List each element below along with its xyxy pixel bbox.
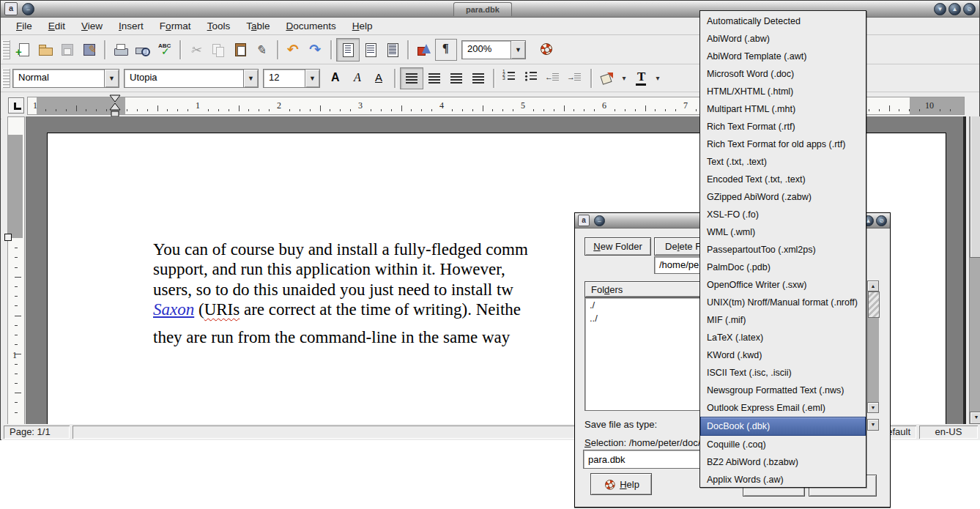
font-color-arrow[interactable]: ▾	[652, 68, 664, 89]
help-button[interactable]	[536, 39, 558, 61]
font-combobox[interactable]: Utopia ▼	[124, 69, 259, 88]
file-type-option[interactable]: OpenOffice Writer (.sxw)	[700, 276, 866, 294]
file-type-option[interactable]: XSL-FO (.fo)	[700, 206, 866, 223]
document-text-line[interactable]: users, so to do this unaided you just ne…	[153, 280, 513, 300]
formatting-marks-button[interactable]	[435, 39, 457, 61]
font-color-button[interactable]	[630, 68, 652, 89]
menu-help[interactable]: Help	[344, 19, 381, 33]
font-value[interactable]: Utopia	[124, 69, 244, 88]
file-type-dropdown-arrow-icon[interactable]: ▼	[867, 419, 879, 431]
file-type-option[interactable]: MIF (.mif)	[700, 311, 866, 329]
file-type-option[interactable]: Encoded Text (.txt, .text)	[700, 171, 866, 188]
file-type-option[interactable]: PassepartoutToo (.xml2ps)	[700, 241, 866, 259]
file-type-option[interactable]: Applix Words (.aw)	[700, 471, 866, 488]
document-text-line[interactable]: they are run from the command-line in th…	[153, 328, 510, 347]
file-type-option[interactable]: Automatically Detected	[700, 12, 866, 30]
dialog-close-button[interactable]: ⊘	[876, 215, 887, 226]
filename-input[interactable]: para.dbk	[583, 450, 708, 469]
save-button[interactable]	[56, 39, 78, 61]
files-scroll-up-icon[interactable]: ▲	[867, 280, 879, 291]
help-button-dialog[interactable]: Help	[590, 473, 652, 495]
hyperlink-saxon[interactable]: Saxon	[153, 300, 194, 319]
zoom-value[interactable]: 200%	[461, 40, 511, 59]
decrease-indent-button[interactable]	[543, 68, 565, 89]
menu-table[interactable]: Table	[238, 19, 278, 33]
folders-list[interactable]: ./../	[584, 297, 702, 411]
toolbar-grip[interactable]	[2, 40, 10, 59]
stylus-button[interactable]	[251, 39, 273, 61]
align-right-button[interactable]	[445, 68, 467, 89]
spellcheck-button[interactable]	[154, 39, 176, 61]
copy-button[interactable]	[207, 39, 229, 61]
menu-file[interactable]: File	[8, 19, 40, 33]
menu-insert[interactable]: Insert	[111, 19, 152, 33]
file-type-option-selected[interactable]: DocBook (.dbk)	[700, 417, 866, 436]
file-type-option[interactable]: Text (.txt, .text)	[700, 153, 866, 171]
cut-button[interactable]	[185, 39, 207, 61]
menu-view[interactable]: View	[73, 19, 111, 33]
window-menu-button[interactable]: –	[22, 3, 34, 15]
menu-tools[interactable]: Tools	[199, 19, 239, 33]
bulleted-list-button[interactable]	[521, 68, 543, 89]
tab-stop-selector-button[interactable]	[8, 97, 24, 114]
document-text-line[interactable]: Saxon (URIs are correct at the time of w…	[153, 300, 521, 319]
file-type-option[interactable]: AbiWord (.abw)	[700, 30, 866, 48]
folder-item[interactable]: ../	[585, 311, 701, 324]
font-size-combobox[interactable]: 12 ▼	[263, 69, 320, 88]
style-dropdown-arrow-icon[interactable]: ▼	[105, 69, 119, 88]
menu-format[interactable]: Format	[152, 19, 199, 33]
file-type-option[interactable]: Rich Text Format for old apps (.rtf)	[700, 135, 866, 153]
maximize-button[interactable]: ▲	[949, 3, 961, 15]
new-folder-button[interactable]: New Folder	[584, 237, 651, 256]
files-scrollbar-track[interactable]	[867, 291, 879, 402]
document-text-line[interactable]: You can of course buy and install a full…	[153, 240, 528, 259]
file-type-option[interactable]: WML (.wml)	[700, 223, 866, 241]
print-preview-button[interactable]	[132, 39, 154, 61]
vertical-scrollbar[interactable]: ▲ ▼	[969, 116, 980, 424]
minimize-button[interactable]: ▼	[934, 3, 946, 15]
zoom-dropdown-arrow-icon[interactable]: ▼	[511, 40, 526, 59]
menu-edit[interactable]: Edit	[40, 19, 73, 33]
redo-button[interactable]	[305, 39, 327, 61]
bold-button[interactable]	[324, 68, 346, 89]
numbered-list-button[interactable]	[499, 68, 521, 89]
new-document-button[interactable]	[12, 39, 34, 61]
align-center-button[interactable]	[423, 68, 445, 89]
align-justify-button[interactable]	[467, 68, 489, 89]
print-button[interactable]	[110, 39, 132, 61]
style-value[interactable]: Normal	[12, 69, 105, 88]
files-scroll-down-icon[interactable]: ▼	[867, 402, 879, 413]
underline-button[interactable]	[368, 68, 390, 89]
language-indicator[interactable]: en-US	[919, 426, 978, 439]
folders-column-header[interactable]: Folders	[584, 281, 702, 297]
file-type-option[interactable]: Coquille (.coq)	[700, 436, 866, 453]
menu-documents[interactable]: Documents	[278, 19, 344, 33]
highlight-color-button[interactable]	[596, 68, 618, 89]
align-left-button[interactable]	[400, 67, 423, 89]
increase-indent-button[interactable]	[565, 68, 587, 89]
file-type-option[interactable]: AbiWord Template (.awt)	[700, 48, 866, 65]
toolbar-grip[interactable]	[2, 69, 10, 88]
zoom-page-button[interactable]	[413, 39, 435, 61]
open-button[interactable]	[34, 39, 56, 61]
paste-button[interactable]	[229, 39, 251, 61]
file-type-option[interactable]: GZipped AbiWord (.zabw)	[700, 188, 866, 206]
font-size-value[interactable]: 12	[263, 69, 305, 88]
files-scrollbar-thumb[interactable]	[868, 291, 880, 318]
view-web-button[interactable]	[360, 39, 382, 61]
font-size-dropdown-arrow-icon[interactable]: ▼	[305, 69, 320, 88]
file-type-option[interactable]: ISCII Text (.isc, .iscii)	[700, 364, 866, 382]
vertical-ruler[interactable]: 1	[7, 116, 25, 424]
view-print-button[interactable]	[382, 39, 404, 61]
scroll-down-icon[interactable]: ▼	[970, 412, 980, 424]
file-type-option[interactable]: KWord (.kwd)	[700, 346, 866, 364]
file-type-option[interactable]: Microsoft Word (.doc)	[700, 65, 866, 83]
vertical-margin-marker[interactable]	[4, 234, 12, 241]
scrollbar-thumb[interactable]	[970, 116, 980, 258]
font-dropdown-arrow-icon[interactable]: ▼	[244, 69, 259, 88]
folder-item[interactable]: ./	[585, 298, 701, 311]
style-combobox[interactable]: Normal ▼	[12, 69, 119, 88]
file-type-option[interactable]: Newsgroup Formatted Text (.nws)	[700, 382, 866, 399]
file-type-option[interactable]: UNIX(tm) Nroff/Manual format (.nroff)	[700, 294, 866, 311]
file-type-option[interactable]: BZ2 AbiWord (.bzabw)	[700, 453, 866, 471]
